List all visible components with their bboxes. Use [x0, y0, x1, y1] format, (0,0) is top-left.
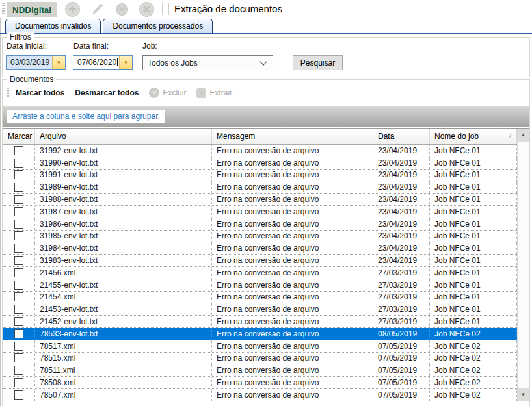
cell-arquivo: 31987-env-lot.txt [35, 206, 212, 218]
vertical-scrollbar[interactable]: ▲ ▼ [518, 129, 529, 401]
mark-all-button[interactable]: Marcar todos [16, 88, 64, 97]
table-row[interactable]: 78533-env-lot.txt Erro na conversão de a… [3, 328, 517, 340]
toolbar-grip[interactable] [2, 3, 5, 16]
job-select[interactable]: Todos os Jobs [142, 55, 273, 70]
row-checkbox[interactable] [14, 329, 23, 338]
extract-button[interactable]: ↑ Extrair [196, 88, 232, 98]
cell-mensagem: Erro na conversão de arquivo [212, 328, 373, 340]
cell-marcar [3, 389, 35, 401]
end-date-field[interactable]: 07/06/2020 ▼ [73, 55, 133, 70]
row-checkbox[interactable] [14, 317, 23, 326]
row-checkbox[interactable] [14, 159, 23, 168]
group-by-bar[interactable]: Arraste a coluna e solte aqui para agrup… [3, 106, 529, 127]
cell-nome-do-job: Job NFCe 01 [430, 303, 517, 315]
cell-data: 27/03/2019 [373, 267, 430, 279]
row-checkbox[interactable] [14, 146, 23, 155]
documents-toolbar-grip[interactable] [7, 88, 9, 98]
unmark-all-button[interactable]: Desmarcar todos [75, 88, 139, 97]
row-checkbox[interactable] [14, 244, 23, 253]
cell-mensagem: Erro na conversão de arquivo [212, 181, 373, 193]
table-row[interactable]: 78511.xml Erro na conversão de arquivo 0… [3, 364, 517, 377]
end-date-dropdown-button[interactable]: ▼ [119, 56, 132, 69]
table-row[interactable]: 31986-env-lot.txt Erro na conversão de a… [3, 218, 517, 231]
table-row[interactable]: 31987-env-lot.txt Erro na conversão de a… [3, 206, 517, 218]
nddigital-button[interactable]: NDDigital [7, 2, 57, 17]
row-checkbox[interactable] [14, 170, 23, 179]
row-checkbox[interactable] [14, 390, 23, 400]
row-checkbox[interactable] [14, 366, 23, 375]
column-header-data[interactable]: Data [373, 129, 430, 144]
table-row[interactable]: 21453-env-lot.txt Erro na conversão de a… [3, 303, 517, 316]
row-checkbox[interactable] [14, 281, 23, 290]
cell-arquivo: 31986-env-lot.txt [35, 218, 212, 230]
row-checkbox[interactable] [14, 195, 23, 204]
table-row[interactable]: 31984-env-lot.txt Erro na conversão de a… [3, 242, 517, 255]
search-button[interactable]: Pesquisar [293, 55, 343, 70]
cell-data: 23/04/2019 [373, 145, 430, 157]
start-date-dropdown-button[interactable]: ▼ [52, 56, 65, 69]
settings-icon[interactable] [114, 1, 130, 18]
scroll-up-button[interactable]: ▲ [518, 129, 529, 142]
documents-groupbox: Documentos Marcar todos Desmarcar todos … [2, 79, 530, 406]
close-icon[interactable] [139, 1, 155, 18]
cell-nome-do-job: Job NFCe 01 [430, 316, 517, 327]
row-checkbox[interactable] [14, 378, 23, 387]
cell-data: 23/04/2019 [373, 218, 430, 230]
table-row[interactable]: 31991-env-lot.txt Erro na conversão de a… [3, 170, 517, 182]
extraction-window: NDDigital Extração de documento [0, 0, 532, 406]
column-header-nome-do-job[interactable]: Nome do job / [430, 129, 517, 144]
table-row[interactable]: 31983-env-lot.txt Erro na conversão de a… [3, 255, 517, 267]
table-row[interactable]: 31990-env-lot.txt Erro na conversão de a… [3, 157, 517, 170]
edit-icon[interactable] [89, 1, 105, 18]
cell-arquivo: 31992-env-lot.txt [35, 145, 212, 157]
window-left-edge [0, 0, 1, 406]
cell-mensagem: Erro na conversão de arquivo [212, 267, 373, 279]
cell-arquivo: 21455-env-lot.txt [35, 279, 212, 291]
table-row[interactable]: 78507.xml Erro na conversão de arquivo 0… [3, 389, 517, 401]
job-label: Job: [142, 42, 157, 51]
row-checkbox[interactable] [14, 305, 23, 314]
cell-marcar [3, 267, 35, 279]
row-checkbox[interactable] [14, 292, 23, 301]
column-header-arquivo[interactable]: Arquivo [35, 129, 212, 144]
cell-marcar [3, 218, 35, 230]
scroll-track[interactable] [518, 142, 529, 388]
table-row[interactable]: 31989-env-lot.txt Erro na conversão de a… [3, 181, 517, 194]
row-checkbox[interactable] [14, 207, 23, 216]
table-row[interactable]: 78508.xml Erro na conversão de arquivo 0… [3, 377, 517, 389]
cell-data: 07/05/2019 [373, 353, 430, 364]
row-checkbox[interactable] [14, 220, 23, 229]
cell-nome-do-job: Job NFCe 01 [430, 279, 517, 291]
delete-button[interactable]: ✕ Excluir [149, 88, 186, 98]
cell-marcar [3, 303, 35, 315]
cell-marcar [3, 145, 35, 157]
tab-documentos-invalidos[interactable]: Documentos inválidos [5, 19, 101, 33]
table-row[interactable]: 21452-env-lot.txt Erro na conversão de a… [3, 316, 517, 328]
table-row[interactable]: 21456.xml Erro na conversão de arquivo 2… [3, 267, 517, 279]
row-checkbox[interactable] [14, 183, 23, 192]
table-row[interactable]: 78517.xml Erro na conversão de arquivo 0… [3, 340, 517, 353]
table-row[interactable]: 31988-env-lot.txt Erro na conversão de a… [3, 194, 517, 206]
column-header-marcar[interactable]: Marcar [3, 129, 35, 144]
cell-nome-do-job: Job NFCe 02 [430, 364, 517, 376]
row-checkbox[interactable] [14, 256, 23, 265]
grid-header: Marcar Arquivo Mensagem Data Nome do job… [3, 129, 517, 145]
row-checkbox[interactable] [14, 353, 23, 362]
cell-nome-do-job: Job NFCe 02 [430, 389, 517, 401]
cell-mensagem: Erro na conversão de arquivo [212, 377, 373, 388]
tab-documentos-processados[interactable]: Documentos processados [103, 19, 213, 33]
start-date-field[interactable]: 03/03/2019 ▼ [6, 55, 66, 70]
table-row[interactable]: 31992-env-lot.txt Erro na conversão de a… [3, 145, 517, 157]
scroll-down-button[interactable]: ▼ [518, 388, 529, 401]
cell-data: 23/04/2019 [373, 242, 430, 254]
column-header-mensagem[interactable]: Mensagem [212, 129, 373, 144]
row-checkbox[interactable] [14, 231, 23, 240]
table-row[interactable]: 21455-env-lot.txt Erro na conversão de a… [3, 279, 517, 292]
table-row[interactable]: 78515.xml Erro na conversão de arquivo 0… [3, 353, 517, 365]
add-icon[interactable] [64, 1, 81, 18]
cell-arquivo: 78517.xml [35, 340, 212, 352]
row-checkbox[interactable] [14, 268, 23, 277]
table-row[interactable]: 31985-env-lot.txt Erro na conversão de a… [3, 231, 517, 243]
table-row[interactable]: 21454.xml Erro na conversão de arquivo 2… [3, 292, 517, 304]
row-checkbox[interactable] [14, 342, 23, 351]
